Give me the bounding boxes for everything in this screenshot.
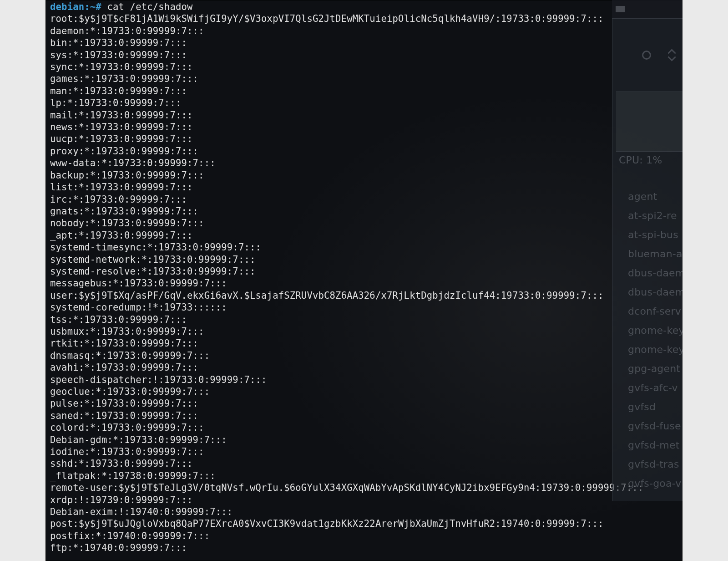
prompt-path: ~	[90, 1, 96, 12]
prompt-sep: :	[84, 1, 90, 12]
terminal-text-area[interactable]: debian:~# cat /etc/shadow root:$y$j9T$cF…	[46, 0, 682, 559]
terminal-window[interactable]: debian:~# cat /etc/shadow root:$y$j9T$cF…	[46, 0, 682, 561]
tab-icon	[616, 6, 625, 12]
typed-command: cat /etc/shadow	[107, 1, 192, 12]
terminal-output: root:$y$j9T$cF81jA1Wi9kSWifjGI9yY/$V3oxp…	[50, 13, 643, 553]
prompt-symbol: #	[96, 1, 101, 12]
side-panel-tabbar	[612, 0, 682, 18]
prompt-host: debian	[50, 1, 84, 12]
page-left-margin	[0, 0, 46, 561]
